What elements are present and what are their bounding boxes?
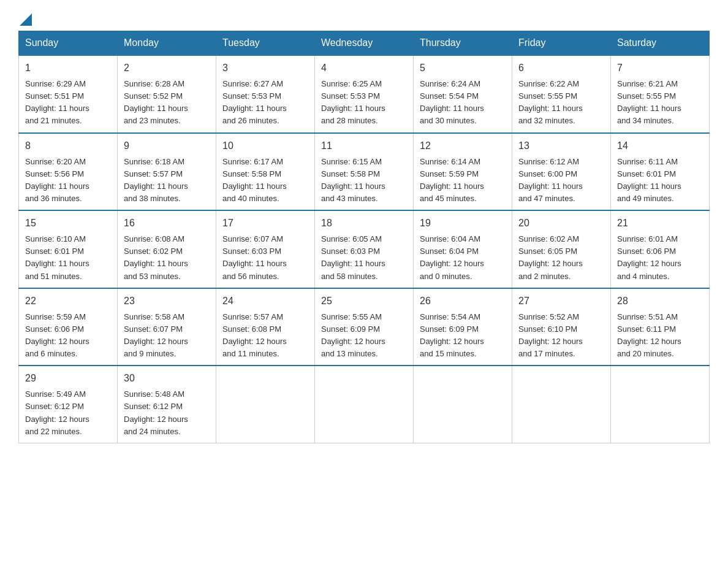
day-info: Sunrise: 6:12 AMSunset: 6:00 PMDaylight:… [518,157,583,203]
calendar-day-cell: 24 Sunrise: 5:57 AMSunset: 6:08 PMDaylig… [216,288,315,366]
calendar-day-cell [315,366,414,443]
page-header [18,12,710,25]
day-number: 13 [518,139,604,153]
day-info: Sunrise: 6:15 AMSunset: 5:58 PMDaylight:… [321,157,385,203]
day-number: 5 [420,61,506,75]
calendar-table: SundayMondayTuesdayWednesdayThursdayFrid… [18,31,710,443]
day-number: 25 [321,294,407,308]
day-number: 26 [420,294,506,308]
day-number: 8 [25,139,111,153]
calendar-day-cell [611,366,710,443]
day-number: 3 [222,61,308,75]
day-info: Sunrise: 6:24 AMSunset: 5:54 PMDaylight:… [420,79,484,125]
calendar-day-cell: 12 Sunrise: 6:14 AMSunset: 5:59 PMDaylig… [414,133,512,211]
calendar-day-cell: 19 Sunrise: 6:04 AMSunset: 6:04 PMDaylig… [414,210,512,288]
day-number: 29 [25,371,111,386]
calendar-day-cell: 25 Sunrise: 5:55 AMSunset: 6:09 PMDaylig… [315,288,414,366]
svg-marker-0 [20,13,32,26]
calendar-day-cell: 14 Sunrise: 6:11 AMSunset: 6:01 PMDaylig… [611,133,710,211]
calendar-week-row: 22 Sunrise: 5:59 AMSunset: 6:06 PMDaylig… [19,288,710,366]
day-info: Sunrise: 6:04 AMSunset: 6:04 PMDaylight:… [420,234,484,280]
day-number: 1 [25,61,111,75]
day-info: Sunrise: 6:21 AMSunset: 5:55 PMDaylight:… [617,79,681,125]
calendar-day-cell: 16 Sunrise: 6:08 AMSunset: 6:02 PMDaylig… [118,210,216,288]
calendar-day-cell: 3 Sunrise: 6:27 AMSunset: 5:53 PMDayligh… [216,55,315,133]
calendar-day-cell: 29 Sunrise: 5:49 AMSunset: 6:12 PMDaylig… [19,366,118,443]
day-info: Sunrise: 6:01 AMSunset: 6:06 PMDaylight:… [617,234,681,280]
day-number: 14 [617,139,703,153]
calendar-day-cell: 21 Sunrise: 6:01 AMSunset: 6:06 PMDaylig… [611,210,710,288]
calendar-day-cell: 15 Sunrise: 6:10 AMSunset: 6:01 PMDaylig… [19,210,118,288]
day-number: 18 [321,216,407,231]
day-number: 6 [518,61,604,75]
calendar-day-cell: 1 Sunrise: 6:29 AMSunset: 5:51 PMDayligh… [19,55,118,133]
day-number: 17 [222,216,308,231]
day-info: Sunrise: 6:10 AMSunset: 6:01 PMDaylight:… [25,234,89,280]
day-number: 27 [518,294,604,308]
calendar-day-cell: 23 Sunrise: 5:58 AMSunset: 6:07 PMDaylig… [118,288,216,366]
calendar-day-cell: 27 Sunrise: 5:52 AMSunset: 6:10 PMDaylig… [512,288,611,366]
calendar-day-cell: 5 Sunrise: 6:24 AMSunset: 5:54 PMDayligh… [414,55,512,133]
day-number: 28 [617,294,703,308]
day-info: Sunrise: 6:14 AMSunset: 5:59 PMDaylight:… [420,157,484,203]
day-info: Sunrise: 6:02 AMSunset: 6:05 PMDaylight:… [518,234,583,280]
calendar-week-row: 1 Sunrise: 6:29 AMSunset: 5:51 PMDayligh… [19,55,710,133]
calendar-day-cell: 26 Sunrise: 5:54 AMSunset: 6:09 PMDaylig… [414,288,512,366]
day-info: Sunrise: 6:18 AMSunset: 5:57 PMDaylight:… [124,157,188,203]
weekday-header-monday: Monday [118,31,216,56]
day-number: 15 [25,216,111,231]
weekday-header-wednesday: Wednesday [315,31,414,56]
day-info: Sunrise: 5:57 AMSunset: 6:08 PMDaylight:… [222,312,287,358]
day-number: 11 [321,139,407,153]
calendar-day-cell: 13 Sunrise: 6:12 AMSunset: 6:00 PMDaylig… [512,133,611,211]
calendar-day-cell: 18 Sunrise: 6:05 AMSunset: 6:03 PMDaylig… [315,210,414,288]
day-number: 23 [124,294,210,308]
day-info: Sunrise: 6:29 AMSunset: 5:51 PMDaylight:… [25,79,89,125]
day-number: 16 [124,216,210,231]
day-number: 24 [222,294,308,308]
day-number: 9 [124,139,210,153]
day-number: 12 [420,139,506,153]
day-info: Sunrise: 5:49 AMSunset: 6:12 PMDaylight:… [25,389,89,435]
day-info: Sunrise: 5:48 AMSunset: 6:12 PMDaylight:… [124,389,188,435]
weekday-header-sunday: Sunday [19,31,118,56]
calendar-day-cell: 17 Sunrise: 6:07 AMSunset: 6:03 PMDaylig… [216,210,315,288]
day-number: 10 [222,139,308,153]
day-info: Sunrise: 6:25 AMSunset: 5:53 PMDaylight:… [321,79,385,125]
logo [18,12,32,25]
day-info: Sunrise: 5:59 AMSunset: 6:06 PMDaylight:… [25,312,89,358]
day-number: 22 [25,294,111,308]
calendar-day-cell: 30 Sunrise: 5:48 AMSunset: 6:12 PMDaylig… [118,366,216,443]
day-number: 20 [518,216,604,231]
weekday-header-saturday: Saturday [611,31,710,56]
calendar-day-cell: 2 Sunrise: 6:28 AMSunset: 5:52 PMDayligh… [118,55,216,133]
day-info: Sunrise: 6:17 AMSunset: 5:58 PMDaylight:… [222,157,287,203]
weekday-header-friday: Friday [512,31,611,56]
calendar-day-cell: 10 Sunrise: 6:17 AMSunset: 5:58 PMDaylig… [216,133,315,211]
calendar-day-cell: 9 Sunrise: 6:18 AMSunset: 5:57 PMDayligh… [118,133,216,211]
day-number: 2 [124,61,210,75]
calendar-day-cell: 22 Sunrise: 5:59 AMSunset: 6:06 PMDaylig… [19,288,118,366]
calendar-day-cell: 8 Sunrise: 6:20 AMSunset: 5:56 PMDayligh… [19,133,118,211]
day-info: Sunrise: 6:08 AMSunset: 6:02 PMDaylight:… [124,234,188,280]
calendar-week-row: 29 Sunrise: 5:49 AMSunset: 6:12 PMDaylig… [19,366,710,443]
day-info: Sunrise: 6:28 AMSunset: 5:52 PMDaylight:… [124,79,188,125]
day-number: 21 [617,216,703,231]
calendar-week-row: 8 Sunrise: 6:20 AMSunset: 5:56 PMDayligh… [19,133,710,211]
weekday-header-thursday: Thursday [414,31,512,56]
calendar-day-cell: 7 Sunrise: 6:21 AMSunset: 5:55 PMDayligh… [611,55,710,133]
day-number: 30 [124,371,210,386]
calendar-day-cell: 28 Sunrise: 5:51 AMSunset: 6:11 PMDaylig… [611,288,710,366]
calendar-day-cell [414,366,512,443]
logo-triangle-icon [20,13,32,26]
calendar-day-cell [512,366,611,443]
calendar-day-cell [216,366,315,443]
day-number: 19 [420,216,506,231]
calendar-day-cell: 11 Sunrise: 6:15 AMSunset: 5:58 PMDaylig… [315,133,414,211]
weekday-header-tuesday: Tuesday [216,31,315,56]
day-info: Sunrise: 6:07 AMSunset: 6:03 PMDaylight:… [222,234,287,280]
day-info: Sunrise: 5:51 AMSunset: 6:11 PMDaylight:… [617,312,681,358]
calendar-day-cell: 4 Sunrise: 6:25 AMSunset: 5:53 PMDayligh… [315,55,414,133]
day-info: Sunrise: 6:20 AMSunset: 5:56 PMDaylight:… [25,157,89,203]
day-info: Sunrise: 6:11 AMSunset: 6:01 PMDaylight:… [617,157,681,203]
